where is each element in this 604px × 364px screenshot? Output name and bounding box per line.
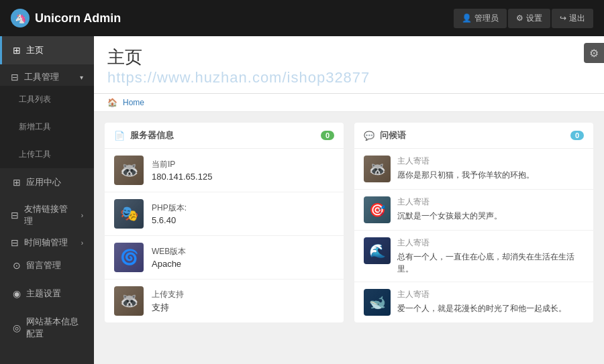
server-info-row-0: 🦝 当前IP 180.141.65.125 [105,149,344,192]
breadcrumb-home-label[interactable]: Home [123,98,144,107]
settings-icon: ⚙ [516,13,523,23]
server-info-value-0: 180.141.65.125 [152,172,212,182]
server-card-header: 📄 服务器信息 0 [105,123,344,149]
messages-card: 💬 问候语 0 🦝 主人寄语 愿你是那只初猫，我予你羊软的环抱。 [354,123,593,322]
breadcrumb: 🏠 Home [94,94,604,112]
sidebar-item-tool-list[interactable]: 工具列表 [0,86,94,113]
msg-row-0: 🦝 主人寄语 愿你是那只初猫，我予你羊软的环抱。 [354,149,593,190]
messages-card-icon: 💬 [364,131,374,141]
msg-avatar-3: 🐋 [364,289,391,316]
main-header: 主页 https://www.huzhan.com/ishop32877 [94,36,604,94]
messages-card-header: 💬 问候语 0 [354,123,593,149]
server-card-badge: 0 [321,131,334,140]
floating-gear-button[interactable]: ⚙ [584,43,604,63]
server-info-card: 📄 服务器信息 0 🦝 当前IP 180.141.65.125 [105,123,344,322]
msg-content-1: 主人寄语 沉默是一个女孩最大的哭声。 [397,196,502,222]
server-avatar-0: 🦝 [114,156,144,185]
msg-row-1: 🎯 主人寄语 沉默是一个女孩最大的哭声。 [354,190,593,231]
cards-grid: 📄 服务器信息 0 🦝 当前IP 180.141.65.125 [94,112,604,333]
msg-author-3: 主人寄语 [397,289,566,300]
topbar-actions: 👤 管理员 ⚙ 设置 ↪ 退出 [454,9,593,28]
msg-avatar-0: 🦝 [364,156,391,182]
server-info-text-2: WEB版本 Apache [152,246,186,269]
msg-text-3: 爱一个人，就是花漫长的时光了和他一起成长。 [397,302,566,314]
server-card-body: 🦝 当前IP 180.141.65.125 🎭 PHP版本: 5.6.40 [105,149,344,322]
logout-icon: ↪ [560,13,566,23]
server-info-value-3: 支持 [152,302,184,314]
sidebar-group-tools[interactable]: ⊟ 工具管理 ▾ [0,64,94,86]
settings-button[interactable]: ⚙ 设置 [508,9,550,28]
messages-card-body: 🦝 主人寄语 愿你是那只初猫，我予你羊软的环抱。 🎯 主人寄语 沉默是一个女孩最… [354,149,593,322]
msg-avatar-2: 🌊 [364,237,391,264]
server-info-value-1: 5.6.40 [152,215,187,225]
topbar: 🦄 Unicorn Admin 👤 管理员 ⚙ 设置 ↪ 退出 [0,0,604,36]
chevron-right-icon-2: › [81,239,83,247]
server-info-label-1: PHP版本: [152,202,187,214]
sidebar-group-friend-links[interactable]: ⊟ 友情链接管理 › [0,196,94,230]
server-card-title: 服务器信息 [130,129,174,141]
app-center-icon: ⊞ [13,177,21,188]
time-axis-icon: ⊟ [11,237,19,248]
msg-row-3: 🐋 主人寄语 爱一个人，就是花漫长的时光了和他一起成长。 [354,282,593,322]
msg-text-0: 愿你是那只初猫，我予你羊软的环抱。 [397,169,534,181]
msg-content-0: 主人寄语 愿你是那只初猫，我予你羊软的环抱。 [397,156,534,181]
messages-card-badge: 0 [570,131,584,140]
sidebar-item-theme[interactable]: ◉ 主题设置 [0,280,94,308]
theme-icon: ◉ [13,288,21,299]
msg-text-1: 沉默是一个女孩最大的哭声。 [397,210,502,222]
sidebar-item-basic-config[interactable]: ◎ 网站基本信息配置 [0,308,94,348]
msg-content-3: 主人寄语 爱一个人，就是花漫长的时光了和他一起成长。 [397,289,566,314]
server-info-text-3: 上传支持 支持 [152,289,184,314]
msg-author-2: 主人寄语 [397,237,584,249]
sidebar-sub-tools: 工具列表 新增工具 上传工具 [0,86,94,168]
msg-text-2: 总有一个人，一直住在心底，却消失在生活在生活里。 [397,251,584,275]
server-info-text-1: PHP版本: 5.6.40 [152,202,187,225]
admin-user-button[interactable]: 👤 管理员 [454,9,507,28]
msg-author-0: 主人寄语 [397,156,534,167]
msg-author-1: 主人寄语 [397,196,502,208]
user-icon: 👤 [462,13,472,23]
sidebar-item-add-tool[interactable]: 新增工具 [0,113,94,141]
server-card-icon: 📄 [114,131,125,141]
sidebar-item-app-center[interactable]: ⊞ 应用中心 [0,168,94,196]
app-title: Unicorn Admin [35,11,121,25]
watermark: https://www.huzhan.com/ishop32877 [107,69,591,86]
layout: ⊞ 主页 ⊟ 工具管理 ▾ 工具列表 新增工具 上传工具 ⊞ [0,36,604,364]
config-icon: ◎ [13,322,21,333]
server-avatar-2: 🌀 [114,243,144,272]
msg-avatar-1: 🎯 [364,196,391,223]
tools-icon: ⊟ [11,72,19,82]
server-info-label-2: WEB版本 [152,246,186,257]
logout-button[interactable]: ↪ 退出 [552,9,593,28]
chevron-down-icon: ▾ [80,74,83,81]
home-icon: ⊞ [13,45,21,56]
brand-icon: 🦄 [11,9,30,27]
server-info-row-1: 🎭 PHP版本: 5.6.40 [105,192,344,236]
msg-row-2: 🌊 主人寄语 总有一个人，一直住在心底，却消失在生活在生活里。 [354,231,593,282]
server-avatar-1: 🎭 [114,199,144,229]
messages-card-title: 问候语 [380,129,406,141]
main-content: 主页 https://www.huzhan.com/ishop32877 🏠 H… [94,36,604,364]
page-title: 主页 [107,46,591,69]
server-avatar-3: 🦝 [114,286,144,316]
sidebar: ⊞ 主页 ⊟ 工具管理 ▾ 工具列表 新增工具 上传工具 ⊞ [0,36,94,364]
breadcrumb-home-icon: 🏠 [107,98,117,107]
server-info-label-3: 上传支持 [152,289,184,300]
server-info-row-2: 🌀 WEB版本 Apache [105,236,344,280]
sidebar-item-comment[interactable]: ⊙ 留言管理 [0,251,94,280]
brand: 🦄 Unicorn Admin [11,9,121,27]
sidebar-item-home[interactable]: ⊞ 主页 [0,36,94,64]
server-info-value-2: Apache [152,259,186,269]
sidebar-group-time-axis[interactable]: ⊟ 时间轴管理 › [0,230,94,251]
chevron-right-icon: › [81,212,83,219]
msg-content-2: 主人寄语 总有一个人，一直住在心底，却消失在生活在生活里。 [397,237,584,275]
server-info-row-3: 🦝 上传支持 支持 [105,280,344,322]
friend-links-icon: ⊟ [11,210,19,221]
server-info-text-0: 当前IP 180.141.65.125 [152,159,212,182]
server-info-label-0: 当前IP [152,159,212,170]
sidebar-item-upload-tool[interactable]: 上传工具 [0,141,94,168]
comment-icon: ⊙ [13,260,21,271]
